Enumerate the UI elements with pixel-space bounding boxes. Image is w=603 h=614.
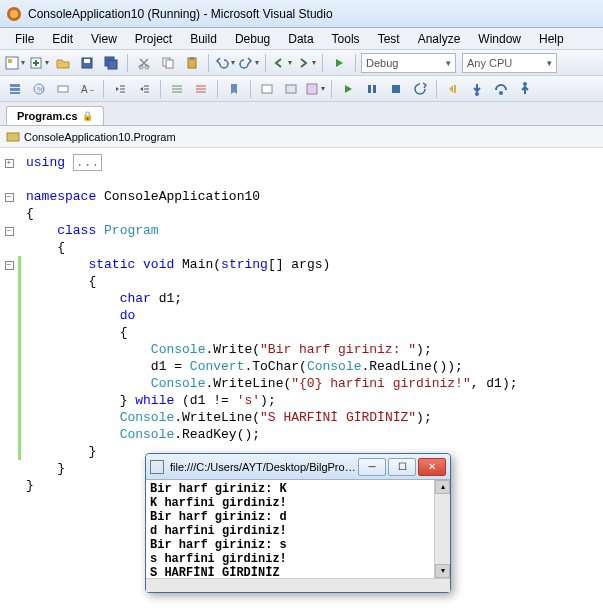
scroll-down-icon[interactable]: ▾ xyxy=(435,564,450,578)
standard-toolbar: Debug Any CPU xyxy=(0,50,603,76)
menu-test[interactable]: Test xyxy=(369,30,409,48)
separator xyxy=(250,80,251,98)
console-output: Bir harf giriniz: K K harfini girdiniz! … xyxy=(146,480,450,576)
separator xyxy=(265,54,266,72)
scroll-up-icon[interactable]: ▴ xyxy=(435,480,450,494)
svg-rect-10 xyxy=(108,60,117,69)
open-button[interactable] xyxy=(52,52,74,74)
step-over-button[interactable] xyxy=(490,78,512,100)
nav-forward-button[interactable] xyxy=(295,52,317,74)
svg-rect-40 xyxy=(373,85,376,93)
tab-program-cs[interactable]: Program.cs 🔒 xyxy=(6,106,104,125)
menu-window[interactable]: Window xyxy=(469,30,530,48)
break-all-button[interactable] xyxy=(361,78,383,100)
decrease-indent-button[interactable] xyxy=(109,78,131,100)
console-scrollbar[interactable]: ▴ ▾ xyxy=(434,480,450,578)
continue-button[interactable] xyxy=(337,78,359,100)
svg-rect-46 xyxy=(7,133,19,141)
separator xyxy=(160,80,161,98)
menu-file[interactable]: File xyxy=(6,30,43,48)
paste-button[interactable] xyxy=(181,52,203,74)
console-title: file:///C:/Users/AYT/Desktop/BilgProg/Co… xyxy=(170,461,358,473)
separator xyxy=(355,54,356,72)
breakpoints-icon[interactable] xyxy=(304,78,326,100)
svg-point-43 xyxy=(475,92,479,96)
copy-button[interactable] xyxy=(157,52,179,74)
restart-button[interactable] xyxy=(409,78,431,100)
change-marker xyxy=(18,256,21,460)
bookmark-button[interactable] xyxy=(223,78,245,100)
add-item-button[interactable] xyxy=(28,52,50,74)
maximize-button[interactable]: ☐ xyxy=(388,458,416,476)
save-button[interactable] xyxy=(76,52,98,74)
comment-button[interactable] xyxy=(166,78,188,100)
lock-icon: 🔒 xyxy=(82,111,93,121)
menu-tools[interactable]: Tools xyxy=(323,30,369,48)
fold-minus-icon[interactable]: − xyxy=(5,261,14,270)
code-content: using ... namespace ConsoleApplication10… xyxy=(26,154,603,494)
console-app-icon xyxy=(150,460,164,474)
menu-build[interactable]: Build xyxy=(181,30,226,48)
new-project-button[interactable] xyxy=(4,52,26,74)
platform-combo[interactable]: Any CPU xyxy=(462,53,557,73)
stop-button[interactable] xyxy=(385,78,407,100)
step-into-button[interactable] xyxy=(466,78,488,100)
fold-minus-icon[interactable]: − xyxy=(5,193,14,202)
hex-icon[interactable] xyxy=(280,78,302,100)
menu-view[interactable]: View xyxy=(82,30,126,48)
separator xyxy=(103,80,104,98)
nav-back-button[interactable] xyxy=(271,52,293,74)
separator xyxy=(127,54,128,72)
quick-info-button[interactable] xyxy=(52,78,74,100)
undo-button[interactable] xyxy=(214,52,236,74)
separator xyxy=(208,54,209,72)
svg-rect-8 xyxy=(84,59,90,63)
menu-edit[interactable]: Edit xyxy=(43,30,82,48)
svg-rect-39 xyxy=(368,85,371,93)
class-path: ConsoleApplication10.Program xyxy=(24,131,176,143)
svg-rect-18 xyxy=(10,88,20,91)
debug-windows-icon[interactable] xyxy=(256,78,278,100)
fold-plus-icon[interactable]: + xyxy=(5,159,14,168)
window-titlebar: ConsoleApplication10 (Running) - Microso… xyxy=(0,0,603,28)
parameter-info-button[interactable]: % xyxy=(28,78,50,100)
svg-rect-16 xyxy=(190,57,194,60)
svg-rect-17 xyxy=(10,84,20,87)
complete-word-button[interactable]: A→ xyxy=(76,78,98,100)
close-button[interactable]: ✕ xyxy=(418,458,446,476)
step-out-button[interactable] xyxy=(514,78,536,100)
menu-help[interactable]: Help xyxy=(530,30,573,48)
member-list-button[interactable] xyxy=(4,78,26,100)
class-navigator[interactable]: ConsoleApplication10.Program xyxy=(0,126,603,148)
svg-text:%: % xyxy=(37,85,44,94)
menu-bar: File Edit View Project Build Debug Data … xyxy=(0,28,603,50)
cut-button[interactable] xyxy=(133,52,155,74)
separator xyxy=(436,80,437,98)
fold-minus-icon[interactable]: − xyxy=(5,227,14,236)
menu-analyze[interactable]: Analyze xyxy=(409,30,470,48)
save-all-button[interactable] xyxy=(100,52,122,74)
menu-data[interactable]: Data xyxy=(279,30,322,48)
config-combo[interactable]: Debug xyxy=(361,53,456,73)
minimize-button[interactable]: ─ xyxy=(358,458,386,476)
menu-debug[interactable]: Debug xyxy=(226,30,279,48)
window-title: ConsoleApplication10 (Running) - Microso… xyxy=(28,7,333,21)
svg-rect-37 xyxy=(286,85,296,93)
separator xyxy=(331,80,332,98)
start-button[interactable] xyxy=(328,52,350,74)
svg-point-44 xyxy=(499,91,503,95)
svg-rect-36 xyxy=(262,85,272,93)
svg-rect-38 xyxy=(307,84,317,94)
redo-button[interactable] xyxy=(238,52,260,74)
console-titlebar[interactable]: file:///C:/Users/AYT/Desktop/BilgProg/Co… xyxy=(146,454,450,480)
svg-point-1 xyxy=(10,10,18,18)
increase-indent-button[interactable] xyxy=(133,78,155,100)
svg-rect-14 xyxy=(166,60,173,68)
separator xyxy=(322,54,323,72)
show-next-button[interactable] xyxy=(442,78,464,100)
outline-gutter[interactable]: + − − − xyxy=(0,154,18,273)
svg-rect-3 xyxy=(8,59,12,63)
svg-rect-41 xyxy=(392,85,400,93)
menu-project[interactable]: Project xyxy=(126,30,181,48)
uncomment-button[interactable] xyxy=(190,78,212,100)
